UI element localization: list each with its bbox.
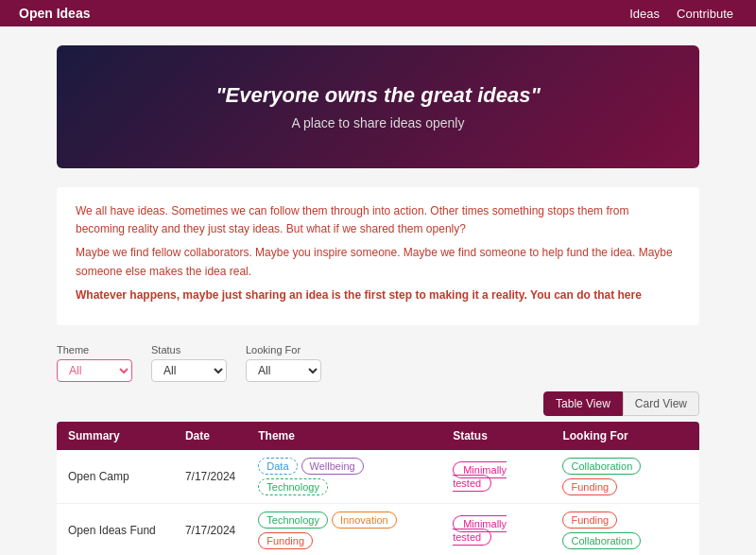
navbar-links: Ideas Contribute bbox=[626, 7, 737, 21]
looking-tag: Funding bbox=[562, 512, 617, 529]
navbar-brand: Open Ideas bbox=[19, 6, 90, 21]
hero-subtitle: A place to share ideas openly bbox=[76, 115, 680, 130]
filter-status-select[interactable]: All bbox=[151, 359, 227, 382]
filter-theme-label: Theme bbox=[57, 344, 132, 356]
status-badge: Minimally tested bbox=[453, 515, 507, 546]
status-badge: Minimally tested bbox=[453, 461, 507, 492]
nav-contribute[interactable]: Contribute bbox=[673, 7, 737, 21]
filter-theme-group: Theme All bbox=[57, 344, 132, 382]
cell-looking: FundingCollaboration bbox=[551, 503, 699, 555]
col-status: Status bbox=[441, 422, 551, 450]
filter-looking-group: Looking For All bbox=[246, 344, 321, 382]
col-looking: Looking For bbox=[551, 422, 699, 450]
theme-tag: Data bbox=[258, 458, 297, 475]
table-row: Open Ideas Fund7/17/2024TechnologyInnova… bbox=[57, 503, 699, 555]
cell-summary: Open Ideas Fund bbox=[57, 503, 174, 555]
col-theme: Theme bbox=[247, 422, 441, 450]
filter-status-label: Status bbox=[151, 344, 227, 356]
navbar: Open Ideas Ideas Contribute bbox=[0, 0, 756, 26]
theme-tag: Wellbeing bbox=[301, 458, 364, 475]
looking-tag: Collaboration bbox=[562, 458, 641, 475]
cell-theme: DataWellbeingTechnology bbox=[247, 450, 441, 504]
hero-banner: "Everyone owns the great ideas" A place … bbox=[57, 45, 699, 168]
theme-tag: Technology bbox=[258, 512, 328, 529]
card-view-button[interactable]: Card View bbox=[623, 391, 699, 416]
main-content: "Everyone owns the great ideas" A place … bbox=[0, 26, 756, 555]
intro-line1: We all have ideas. Sometimes we can foll… bbox=[76, 202, 680, 238]
cell-summary: Open Camp bbox=[57, 450, 174, 504]
table-header-row: Summary Date Theme Status Looking For bbox=[57, 422, 699, 450]
cell-theme: TechnologyInnovationFunding bbox=[247, 503, 441, 555]
col-summary: Summary bbox=[57, 422, 174, 450]
theme-tag: Innovation bbox=[332, 512, 397, 529]
filter-status-group: Status All bbox=[151, 344, 227, 382]
theme-tag: Technology bbox=[258, 478, 328, 495]
cell-looking: CollaborationFunding bbox=[551, 450, 699, 504]
cell-status: Minimally tested bbox=[441, 503, 551, 555]
table-row: Open Camp7/17/2024DataWellbeingTechnolog… bbox=[57, 450, 699, 504]
cell-date: 7/17/2024 bbox=[174, 450, 247, 504]
filter-looking-label: Looking For bbox=[246, 344, 321, 356]
filters-row: Theme All Status All Looking For All bbox=[57, 344, 699, 382]
intro-line2: Maybe we find fellow collaborators. Mayb… bbox=[76, 244, 680, 280]
nav-ideas[interactable]: Ideas bbox=[626, 7, 663, 21]
theme-tag: Funding bbox=[258, 532, 313, 549]
looking-tag: Funding bbox=[562, 478, 617, 495]
filter-looking-select[interactable]: All bbox=[246, 359, 321, 382]
intro-card: We all have ideas. Sometimes we can foll… bbox=[57, 187, 699, 325]
col-date: Date bbox=[174, 422, 247, 450]
cell-status: Minimally tested bbox=[441, 450, 551, 504]
intro-line3: Whatever happens, maybe just sharing an … bbox=[76, 286, 680, 304]
view-toggle: Table View Card View bbox=[57, 391, 699, 416]
hero-quote: "Everyone owns the great ideas" bbox=[76, 83, 680, 108]
cell-date: 7/17/2024 bbox=[174, 503, 247, 555]
looking-tag: Collaboration bbox=[562, 532, 641, 549]
table-view-button[interactable]: Table View bbox=[543, 391, 623, 416]
data-table: Summary Date Theme Status Looking For Op… bbox=[57, 422, 699, 555]
filter-theme-select[interactable]: All bbox=[57, 359, 132, 382]
